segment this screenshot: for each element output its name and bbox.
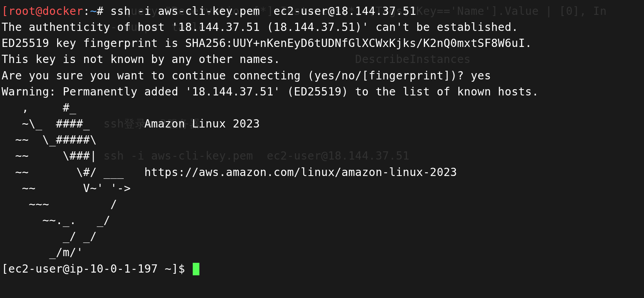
motd-line: ~~ \_#####\ xyxy=(2,132,642,148)
ec2-prompt: [ec2-user@ip-10-0-1-197 ~]$ xyxy=(2,262,192,275)
terminal-output[interactable]: [root@docker:~# ssh -i aws-cli-key.pem e… xyxy=(0,0,644,280)
motd-line: ~~._. _/ xyxy=(2,212,642,228)
prompt-colon: : xyxy=(83,5,90,18)
motd-line: , #_ xyxy=(2,100,642,116)
output-confirm-line: Are you sure you want to continue connec… xyxy=(2,68,642,84)
prompt-symbol: # xyxy=(97,5,103,18)
motd-line: ~~ \#/ ___ https://aws.amazon.com/linux/… xyxy=(2,164,642,180)
motd-line: ~~~ / xyxy=(2,196,642,212)
prompt-bracket-open: [ xyxy=(2,5,8,18)
prompt-at: @ xyxy=(36,5,42,18)
motd-line: ~~ V~' '-> xyxy=(2,180,642,196)
motd-line: _/m/' xyxy=(2,244,642,260)
output-confirm-prompt: Are you sure you want to continue connec… xyxy=(2,69,471,82)
motd-line: ~\_ ####_ Amazon Linux 2023 xyxy=(2,116,642,132)
prompt-host: docker xyxy=(42,5,83,18)
user-input-yes: yes xyxy=(471,69,491,82)
cursor-block xyxy=(193,263,199,275)
ssh-command: ssh -i aws-cli-key.pem ec2-user@18.144.3… xyxy=(110,5,416,18)
output-fingerprint: ED25519 key fingerprint is SHA256:UUY+nK… xyxy=(2,35,642,51)
motd-line: _/ _/ xyxy=(2,228,642,244)
prompt-path: ~ xyxy=(90,5,97,18)
prompt-line-2[interactable]: [ec2-user@ip-10-0-1-197 ~]$ xyxy=(2,261,642,277)
output-warning: Warning: Permanently added '18.144.37.51… xyxy=(2,84,642,100)
output-not-known: This key is not known by any other names… xyxy=(2,51,642,67)
prompt-line-1: [root@docker:~# ssh -i aws-cli-key.pem e… xyxy=(2,3,642,19)
motd-line: ~~ \###| xyxy=(2,148,642,164)
prompt-user: root xyxy=(8,5,35,18)
output-authenticity: The authenticity of host '18.144.37.51 (… xyxy=(2,19,642,35)
